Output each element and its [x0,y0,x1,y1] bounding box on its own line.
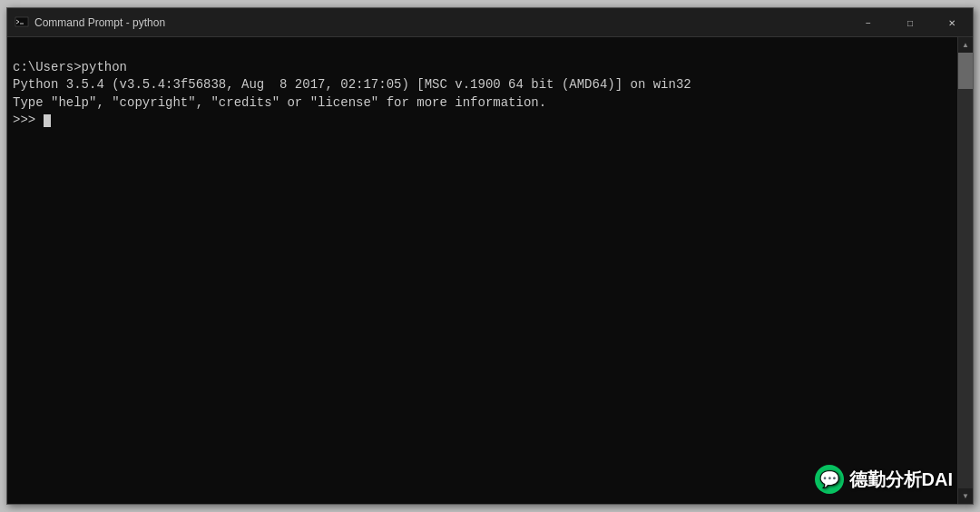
scrollbar[interactable]: ▲ ▼ [957,37,973,504]
scroll-up-arrow[interactable]: ▲ [958,37,974,53]
wechat-icon: 💬 [815,465,844,494]
terminal-cursor [44,114,51,127]
terminal-line-3: Type "help", "copyright", "credits" or "… [13,95,546,110]
window-body: c:\Users>python Python 3.5.4 (v3.5.4:3f5… [7,37,973,504]
scroll-down-arrow[interactable]: ▼ [958,488,974,504]
svg-rect-1 [15,17,28,26]
terminal-icon [15,15,29,30]
watermark: 💬 德勤分析DAI [815,465,953,494]
close-button[interactable]: ✕ [931,8,973,37]
terminal-prompt: >>> [13,113,44,127]
scrollbar-thumb[interactable] [958,53,973,89]
window-title: Command Prompt - python [34,16,848,29]
terminal-line-2: Python 3.5.4 (v3.5.4:3f56838, Aug 8 2017… [13,77,691,92]
cmd-window: Command Prompt - python − □ ✕ c:\Users>p… [6,7,974,505]
terminal-line-1: c:\Users>python [13,60,127,74]
window-controls: − □ ✕ [848,8,973,36]
scrollbar-track[interactable] [958,53,973,488]
terminal-content[interactable]: c:\Users>python Python 3.5.4 (v3.5.4:3f5… [7,37,957,504]
minimize-button[interactable]: − [848,8,889,37]
title-bar: Command Prompt - python − □ ✕ [7,8,973,37]
watermark-text: 德勤分析DAI [849,468,953,492]
maximize-button[interactable]: □ [889,8,931,37]
